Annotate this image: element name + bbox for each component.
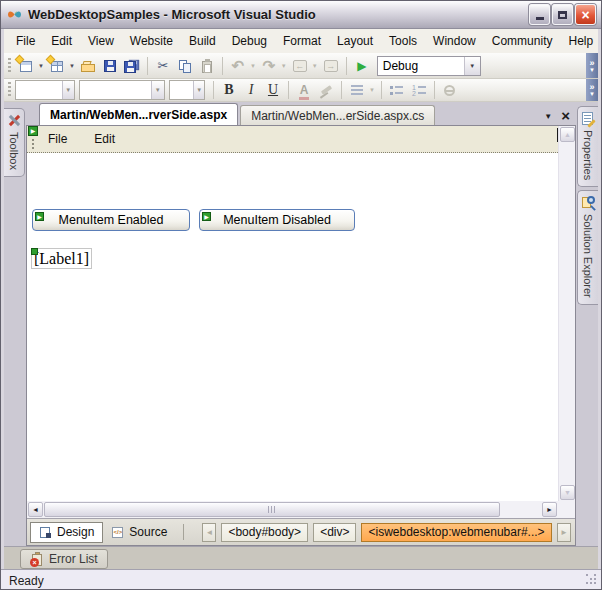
paste-icon	[199, 58, 215, 74]
cut-button[interactable]: ✂	[152, 55, 174, 77]
webmenubar-control[interactable]: File Edit	[27, 126, 558, 153]
horizontal-scrollbar[interactable]: ◄ ►	[27, 501, 558, 518]
undo-button[interactable]: ↶	[227, 55, 249, 77]
highlighter-icon	[320, 85, 331, 95]
highlight-button[interactable]	[315, 79, 337, 101]
solution-configurations-combo[interactable]: Debug ▼	[377, 56, 481, 76]
source-view-button[interactable]: </> Source	[103, 522, 175, 543]
tag-body[interactable]: <body#body>	[221, 523, 308, 542]
menu-help[interactable]: Help	[560, 30, 601, 52]
save-all-button[interactable]	[121, 55, 143, 77]
horizontal-scroll-thumb[interactable]	[44, 502, 500, 517]
block-format-combo[interactable]: ▼	[15, 80, 75, 100]
start-debugging-button[interactable]: ▶	[351, 55, 373, 77]
toolbox-tab[interactable]: Toolbox	[4, 108, 25, 177]
server-control-glyph-icon: ▶	[28, 126, 38, 136]
menu-website[interactable]: Website	[122, 30, 181, 52]
scroll-right-button[interactable]: ►	[542, 502, 557, 517]
open-file-button[interactable]	[77, 55, 99, 77]
properties-tab[interactable]: Properties	[577, 106, 598, 187]
toolbar-grip[interactable]	[8, 82, 11, 98]
font-size-combo[interactable]: ▼	[169, 80, 205, 100]
scroll-down-button[interactable]: ▼	[560, 485, 575, 500]
toolbar-grip[interactable]	[8, 58, 11, 74]
minimize-button[interactable]	[529, 4, 550, 25]
maximize-button[interactable]	[552, 4, 573, 25]
redo-button[interactable]: ↷	[258, 55, 280, 77]
save-all-icon	[124, 58, 140, 74]
title-bar: WebDesktopSamples - Microsoft Visual Stu…	[1, 1, 601, 29]
menu-view[interactable]: View	[80, 30, 122, 52]
combo-dropdown-icon[interactable]: ▼	[193, 81, 204, 99]
copy-button[interactable]	[174, 55, 196, 77]
vs-window: WebDesktopSamples - Microsoft Visual Stu…	[0, 0, 602, 590]
error-list-tab[interactable]: × Error List	[20, 549, 108, 569]
resize-grip[interactable]	[586, 574, 588, 576]
redo-dropdown-icon[interactable]: ▼	[281, 63, 287, 69]
combo-dropdown-icon[interactable]: ▼	[151, 81, 164, 99]
menu-tools[interactable]: Tools	[381, 30, 425, 52]
paste-button[interactable]	[196, 55, 218, 77]
toolbar-overflow-handle[interactable]: » ▼	[586, 53, 598, 78]
font-name-combo[interactable]: ▼	[79, 80, 165, 100]
design-surface[interactable]: File Edit ▶ ▶ ▶ MenuItem Enabled ▶ MenuI…	[27, 126, 575, 518]
add-new-item-button[interactable]	[46, 55, 68, 77]
underline-button[interactable]: U	[262, 79, 284, 101]
add-new-item-dropdown-icon[interactable]: ▼	[69, 63, 75, 69]
toolbar-overflow-handle[interactable]: » ▼	[586, 79, 598, 101]
menu-file[interactable]: File	[8, 30, 43, 52]
menu-bar: File Edit View Website Build Debug Forma…	[4, 29, 598, 53]
alignment-button[interactable]	[346, 79, 368, 101]
design-view-button[interactable]: Design	[30, 522, 103, 543]
document-tab-aspx-cs[interactable]: Martin/WebMen...erSide.aspx.cs	[240, 105, 435, 125]
menu-edit[interactable]: Edit	[43, 30, 80, 52]
foreground-color-button[interactable]: A	[293, 79, 315, 101]
menu-community[interactable]: Community	[484, 30, 561, 52]
navigate-backward-button[interactable]: ←	[289, 55, 311, 77]
menu-format[interactable]: Format	[275, 30, 329, 52]
new-project-button[interactable]	[15, 55, 37, 77]
combo-dropdown-icon[interactable]: ▼	[62, 81, 74, 99]
close-document-icon[interactable]: ×	[561, 111, 570, 121]
save-button[interactable]	[99, 55, 121, 77]
menu-layout[interactable]: Layout	[329, 30, 381, 52]
document-well: Martin/WebMen...rverSide.aspx Martin/Web…	[26, 102, 576, 546]
tag-navigator-forward-button[interactable]: ►	[557, 523, 571, 542]
menu-window[interactable]: Window	[425, 30, 484, 52]
scroll-up-icon: ▲	[564, 131, 571, 138]
numbered-list-button[interactable]: 1 2	[408, 79, 430, 101]
document-tab-aspx[interactable]: Martin/WebMen...rverSide.aspx	[39, 103, 238, 125]
vertical-scrollbar[interactable]: ▲ ▼	[558, 126, 575, 501]
combo-dropdown-icon[interactable]: ▼	[464, 57, 480, 75]
tag-div[interactable]: <div>	[313, 523, 356, 542]
webmenubar-item-file[interactable]: File	[48, 132, 67, 146]
tab-controls: ▼ ×	[544, 111, 576, 125]
navigate-backward-dropdown-icon[interactable]: ▼	[312, 63, 318, 69]
alignment-dropdown-icon[interactable]: ▼	[369, 87, 375, 93]
align-left-icon	[351, 85, 363, 95]
scroll-left-button[interactable]: ◄	[28, 502, 43, 517]
menu-build[interactable]: Build	[181, 30, 224, 52]
solution-explorer-tab[interactable]: Solution Explorer	[577, 190, 598, 305]
bold-button[interactable]: B	[218, 79, 240, 101]
webmenubar-item-edit[interactable]: Edit	[94, 132, 115, 146]
scroll-up-button[interactable]: ▲	[560, 127, 575, 142]
undo-dropdown-icon[interactable]: ▼	[250, 63, 256, 69]
menu-debug[interactable]: Debug	[224, 30, 275, 52]
error-list-icon: ×	[30, 552, 44, 567]
tag-navigator-back-button[interactable]: ◄	[202, 523, 216, 542]
tag-webmenubar-selected[interactable]: <iswebdesktop:webmenubar#...>	[361, 523, 551, 542]
bullet-list-button[interactable]	[386, 79, 408, 101]
navigate-forward-button[interactable]: →	[320, 55, 342, 77]
menuitem-disabled-button[interactable]: ▶ MenuItem Disabled	[199, 209, 355, 231]
italic-button[interactable]: I	[240, 79, 262, 101]
solution-configurations-value: Debug	[378, 59, 464, 73]
label1-control[interactable]: [Label1]	[31, 248, 92, 269]
close-button[interactable]: ×	[575, 4, 596, 25]
menuitem-enabled-button[interactable]: ▶ MenuItem Enabled	[32, 209, 190, 231]
webmenubar-grip[interactable]	[32, 139, 34, 150]
active-files-dropdown-icon[interactable]: ▼	[544, 112, 552, 121]
new-project-dropdown-icon[interactable]: ▼	[38, 63, 44, 69]
tag-nav-back-icon: ◄	[205, 528, 213, 537]
hyperlink-button[interactable]	[439, 79, 461, 101]
